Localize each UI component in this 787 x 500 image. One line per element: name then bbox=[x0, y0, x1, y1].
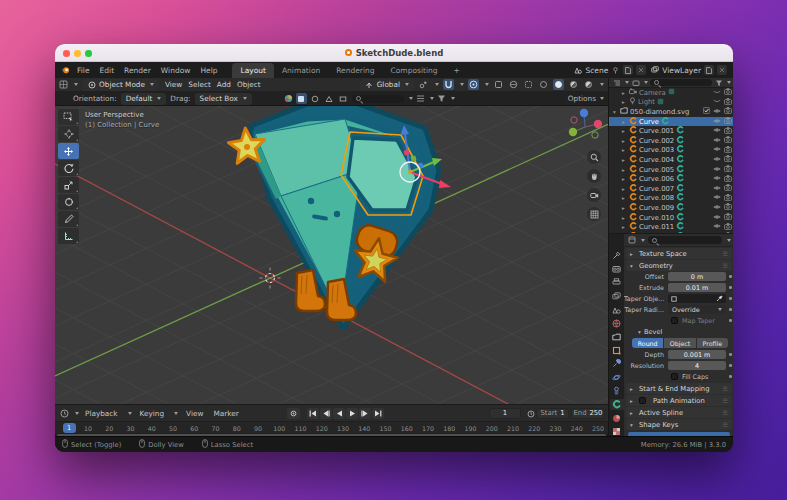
visibility-type-2-toggle[interactable] bbox=[324, 93, 335, 104]
outliner-row-050-diamond-svg[interactable]: ▾050-diamond.svg bbox=[609, 107, 733, 117]
disable-render-toggle[interactable] bbox=[724, 184, 732, 193]
display-mode-icon[interactable] bbox=[416, 94, 425, 103]
animate-dot[interactable] bbox=[729, 364, 732, 367]
bevel-mode-profile[interactable]: Profile bbox=[697, 338, 728, 348]
animate-dot[interactable] bbox=[729, 308, 732, 311]
pan-button[interactable] bbox=[587, 169, 601, 183]
axis-x-ball[interactable] bbox=[594, 120, 602, 128]
menu-help[interactable]: Help bbox=[195, 65, 222, 76]
show-viewport-toggle[interactable] bbox=[713, 108, 721, 116]
outliner-filter-collection-icon[interactable] bbox=[631, 78, 640, 87]
menu-render[interactable]: Render bbox=[119, 65, 156, 76]
shading-material-button[interactable] bbox=[568, 79, 579, 90]
outliner-row-curve-003[interactable]: ▸Curve.003 bbox=[609, 146, 733, 156]
properties-tab-output[interactable] bbox=[610, 277, 624, 287]
jump-to-prev-keyframe-button[interactable] bbox=[320, 408, 332, 419]
tool-cursor[interactable] bbox=[58, 126, 79, 142]
show-viewport-toggle[interactable] bbox=[713, 156, 721, 164]
panel-texture-space[interactable]: ▸Texture Space☰ bbox=[626, 248, 732, 259]
orientation-default-dropdown[interactable]: Default bbox=[121, 93, 167, 105]
remove-view-layer-button[interactable] bbox=[717, 65, 727, 75]
panel-geometry[interactable]: ▾Geometry☰ bbox=[626, 260, 732, 271]
workspace-tab-plus[interactable]: + bbox=[446, 63, 468, 78]
properties-tab-object[interactable] bbox=[610, 345, 624, 355]
show-viewport-toggle[interactable] bbox=[713, 204, 721, 212]
jump-to-start-button[interactable] bbox=[307, 408, 319, 419]
shading-rendered-button[interactable] bbox=[583, 79, 594, 90]
outliner-row-curve-001[interactable]: ▸Curve.001 bbox=[609, 126, 733, 136]
menu-edit[interactable]: Edit bbox=[95, 65, 120, 76]
properties-editor-icon[interactable] bbox=[627, 236, 636, 245]
disclosure-closed-icon[interactable]: ▸ bbox=[622, 176, 627, 182]
hide-viewport-toggle[interactable] bbox=[713, 89, 721, 97]
pin-icon[interactable] bbox=[611, 66, 620, 75]
properties-tab-scene[interactable] bbox=[610, 304, 624, 314]
unlink-scene-button[interactable] bbox=[636, 65, 646, 75]
play-button[interactable] bbox=[346, 408, 358, 419]
disable-render-toggle[interactable] bbox=[724, 98, 732, 107]
disable-render-toggle[interactable] bbox=[724, 203, 732, 212]
properties-tab-constraints[interactable] bbox=[610, 386, 624, 396]
disable-render-toggle[interactable] bbox=[724, 213, 732, 222]
proportional-editing-toggle[interactable] bbox=[468, 79, 479, 90]
properties-tab-view-layer[interactable] bbox=[610, 291, 624, 301]
animate-dot[interactable] bbox=[729, 297, 732, 300]
viewport-search-input[interactable] bbox=[352, 95, 404, 103]
playhead-current-frame[interactable]: 1 bbox=[63, 423, 76, 433]
show-viewport-toggle[interactable] bbox=[713, 214, 721, 222]
jump-to-end-button[interactable] bbox=[372, 408, 384, 419]
animate-dot[interactable] bbox=[729, 353, 732, 356]
viewport-menu-add[interactable]: Add bbox=[215, 80, 233, 89]
outliner-row-curve-004[interactable]: ▸Curve.004 bbox=[609, 155, 733, 165]
menu-window[interactable]: Window bbox=[156, 65, 196, 76]
disable-render-toggle[interactable] bbox=[724, 107, 732, 116]
bevel-mode-object[interactable]: Object bbox=[664, 338, 695, 348]
viewport-menu-object[interactable]: Object bbox=[235, 80, 263, 89]
show-viewport-toggle[interactable] bbox=[713, 118, 721, 126]
navigation-gizmo[interactable] bbox=[565, 107, 605, 147]
disclosure-closed-icon[interactable]: ▸ bbox=[622, 205, 627, 211]
disable-render-toggle[interactable] bbox=[724, 127, 732, 136]
properties-tab-world[interactable] bbox=[610, 318, 624, 328]
map-taper-checkbox[interactable] bbox=[671, 317, 678, 324]
bevel-mode-round[interactable]: Round bbox=[632, 338, 663, 348]
tool-move[interactable] bbox=[58, 143, 79, 159]
extrude-field[interactable]: 0.01 m bbox=[668, 283, 726, 292]
gizmo-x-arrow[interactable] bbox=[439, 180, 451, 188]
disable-render-toggle[interactable] bbox=[724, 88, 732, 97]
outliner-row-curve[interactable]: ▸Curve bbox=[609, 117, 733, 127]
new-scene-button[interactable] bbox=[623, 65, 633, 75]
properties-options-dropdown[interactable] bbox=[727, 239, 731, 242]
outliner-row-curve-008[interactable]: ▸Curve.008 bbox=[609, 194, 733, 204]
shading-dropdown[interactable] bbox=[600, 83, 604, 86]
workspace-tab-layout[interactable]: Layout bbox=[232, 63, 274, 78]
jump-to-next-keyframe-button[interactable] bbox=[359, 408, 371, 419]
hide-viewport-toggle[interactable] bbox=[713, 98, 721, 106]
tool-annotate[interactable] bbox=[58, 211, 79, 227]
outliner-row-curve-005[interactable]: ▸Curve.005 bbox=[609, 165, 733, 175]
disclosure-closed-icon[interactable]: ▸ bbox=[622, 99, 627, 105]
properties-tab-modifiers[interactable] bbox=[610, 359, 624, 369]
properties-tab-physics[interactable] bbox=[610, 372, 624, 382]
shading-solid-button[interactable] bbox=[553, 79, 564, 90]
tool-transform[interactable] bbox=[58, 194, 79, 210]
view-layer-selector[interactable]: ViewLayer bbox=[650, 65, 727, 75]
disclosure-closed-icon[interactable]: ▸ bbox=[622, 119, 627, 125]
use-preview-range-icon[interactable] bbox=[526, 409, 535, 418]
panel-start-end-mapping[interactable]: ▸Start & End Mapping☰ bbox=[626, 383, 732, 394]
disable-render-toggle[interactable] bbox=[724, 175, 732, 184]
disclosure-closed-icon[interactable]: ▸ bbox=[622, 224, 627, 230]
snap-toggle[interactable] bbox=[443, 79, 454, 90]
workspace-tab-compositing[interactable]: Compositing bbox=[383, 63, 446, 78]
disclosure-closed-icon[interactable]: ▸ bbox=[622, 157, 627, 163]
disable-render-toggle[interactable] bbox=[724, 223, 732, 232]
pivot-point-dropdown[interactable] bbox=[418, 79, 429, 90]
visibility-type-3-toggle[interactable] bbox=[338, 93, 349, 104]
outliner-row-curve-010[interactable]: ▸Curve.010 bbox=[609, 213, 733, 223]
disable-render-toggle[interactable] bbox=[724, 165, 732, 174]
disclosure-open-icon[interactable]: ▾ bbox=[613, 109, 618, 115]
auto-keying-button[interactable] bbox=[287, 408, 300, 419]
eyedropper-icon[interactable] bbox=[716, 295, 723, 302]
show-viewport-toggle[interactable] bbox=[713, 137, 721, 145]
play-reverse-button[interactable] bbox=[333, 408, 345, 419]
